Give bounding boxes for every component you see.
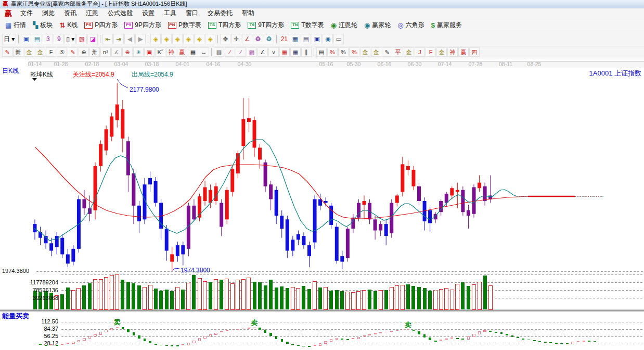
- win-angle-tool[interactable]: 赢: [458, 47, 469, 57]
- marked-chart-icon[interactable]: ▧: [76, 34, 87, 44]
- wave9-icon[interactable]: 9: [54, 34, 64, 44]
- shade-square-tool[interactable]: ▨: [247, 47, 257, 57]
- menu-gann[interactable]: 江恩: [81, 8, 103, 18]
- next-button[interactable]: ▶: [135, 34, 146, 44]
- angle-lines-tool[interactable]: ∠: [257, 47, 268, 57]
- t9-square-button[interactable]: T99T四方形: [244, 20, 287, 31]
- protractor-tool[interactable]: ∡: [111, 47, 122, 57]
- j-angle-tool[interactable]: J: [415, 47, 425, 57]
- title-bar[interactable]: 赢 赢家江恩专业版[赢家内部服务平台] - [上证指数 SH1A0001-156…: [0, 0, 644, 8]
- fan-red-tool[interactable]: ∕: [225, 47, 235, 57]
- h-arrows-tool[interactable]: ↔: [199, 47, 209, 57]
- gann-wheel-button[interactable]: ◉江恩轮: [328, 20, 360, 31]
- hash-lines-tool[interactable]: 卅: [89, 47, 100, 57]
- gann-diamond-horizontal[interactable]: ◈: [172, 34, 183, 44]
- chart-canvas[interactable]: 01-1401-2802-1803-0403-1804-0104-1604-30…: [0, 61, 644, 350]
- notes-icon[interactable]: ▤: [301, 34, 311, 44]
- clipboard-icon[interactable]: ▤: [32, 34, 42, 44]
- ratio-tool[interactable]: ▥: [214, 47, 224, 57]
- gold-grid-tool[interactable]: 金: [24, 47, 34, 57]
- wheel-small-teal-icon[interactable]: ❂: [264, 34, 274, 44]
- first-button[interactable]: ⇤: [102, 34, 113, 44]
- gold-line2-tool[interactable]: 金: [404, 47, 414, 57]
- wave3-icon[interactable]: 3: [43, 34, 53, 44]
- menu-browse[interactable]: 浏览: [37, 8, 59, 18]
- t-square-button[interactable]: TST四方形: [205, 20, 244, 31]
- angle-zero-tool[interactable]: ∠: [242, 34, 252, 44]
- spiral-tool[interactable]: ⑤: [57, 47, 67, 57]
- screen-icon[interactable]: ▣: [21, 34, 31, 44]
- n2-tool[interactable]: n²: [100, 47, 111, 57]
- menu-help[interactable]: 帮助: [237, 8, 259, 18]
- menu-file[interactable]: 文件: [16, 8, 37, 18]
- candle-body: [324, 201, 328, 203]
- calendar-icon[interactable]: 21: [279, 34, 289, 44]
- crosshair-tool[interactable]: ✛: [231, 34, 241, 44]
- gann-diamond-right[interactable]: ◈: [161, 34, 172, 44]
- gold-line-tool[interactable]: 金: [371, 47, 381, 57]
- period-selector[interactable]: 日 ▾: [2, 34, 16, 44]
- square-target-tool[interactable]: ▣: [144, 47, 154, 57]
- p-square-button[interactable]: PSP四方形: [81, 20, 121, 31]
- pen-tool[interactable]: ✎: [2, 47, 12, 57]
- pct-angle-tool[interactable]: %: [327, 47, 338, 57]
- ratio-column-tool[interactable]: ▤: [316, 47, 327, 57]
- v-wave-tool[interactable]: ∨: [268, 47, 279, 57]
- pct-line-tool[interactable]: %: [349, 47, 359, 57]
- sectors-button[interactable]: ▚板块: [30, 20, 56, 31]
- hand-tool[interactable]: ✥: [220, 34, 230, 44]
- menu-settings[interactable]: 设置: [137, 8, 159, 18]
- gann-diamond-left[interactable]: ◈: [150, 34, 161, 44]
- menu-window[interactable]: 窗口: [181, 8, 203, 18]
- pen-ruler-tool[interactable]: ✎: [68, 47, 78, 57]
- k-mark-tool[interactable]: K˝: [155, 47, 165, 57]
- save-icon[interactable]: ▣: [312, 34, 322, 44]
- fan-purple-tool[interactable]: ∕: [236, 47, 246, 57]
- grid-dark-tool[interactable]: ▦: [290, 47, 301, 57]
- winner-wheel-button[interactable]: ◉赢家轮: [361, 20, 394, 31]
- histogram-icon[interactable]: ◪: [87, 34, 98, 44]
- grid-red-tool[interactable]: ▦: [279, 47, 290, 57]
- calculator-icon[interactable]: ▦: [290, 34, 300, 44]
- pct-tool[interactable]: %: [338, 47, 349, 57]
- last-button[interactable]: ⇥: [113, 34, 124, 44]
- t-table-button[interactable]: TNT数字表: [288, 20, 327, 31]
- p9-square-button[interactable]: P99P四方形: [121, 20, 164, 31]
- wheel-small-purple-icon[interactable]: ❂: [253, 34, 263, 44]
- menu-tools[interactable]: 工具: [159, 8, 181, 18]
- save-web-icon[interactable]: ◉: [323, 34, 333, 44]
- grid-123-tool[interactable]: ▦: [188, 47, 198, 57]
- target-red-tool[interactable]: ⊕: [122, 47, 133, 57]
- ping-grid-tool[interactable]: 平: [393, 47, 403, 57]
- time-cycle-tool[interactable]: ⊕: [79, 47, 89, 57]
- menu-news[interactable]: 资讯: [59, 8, 81, 18]
- gold-grid2-tool[interactable]: 金: [35, 47, 45, 57]
- shen-grid-tool[interactable]: 神: [166, 47, 176, 57]
- pen-black-tool[interactable]: ✎: [382, 47, 392, 57]
- gold-circle-tool[interactable]: 金: [360, 47, 370, 57]
- gold-angle-tool[interactable]: 金: [436, 47, 447, 57]
- win-grid-tool[interactable]: 赢: [177, 47, 187, 57]
- gann-diamond-star[interactable]: ◈: [194, 34, 204, 44]
- parallel-lines-tool[interactable]: ∥: [301, 47, 312, 57]
- si-angle-tool[interactable]: 四: [469, 47, 480, 57]
- f-angle-tool[interactable]: F: [426, 47, 436, 57]
- shen-angle-tool[interactable]: 神: [447, 47, 458, 57]
- winner-service-button[interactable]: $赢家服务: [428, 20, 465, 31]
- candle-style-selector[interactable]: ▯ ▾: [65, 34, 76, 44]
- kline-type-dropdown-icon[interactable]: [32, 78, 37, 81]
- p-table-button[interactable]: PNP数字表: [165, 20, 204, 31]
- hexagon-button[interactable]: ◎六角形: [394, 20, 427, 31]
- market-button[interactable]: ▦行情: [2, 20, 29, 31]
- print-icon[interactable]: ▭: [333, 34, 344, 44]
- kline-button-label: K线: [67, 21, 78, 30]
- menu-formula-pick[interactable]: 公式选股: [103, 8, 137, 18]
- prev-button[interactable]: ◀: [124, 34, 135, 44]
- gann-diamond-plus[interactable]: ◈: [205, 34, 215, 44]
- gann-diamond-cross[interactable]: ◈: [183, 34, 194, 44]
- f-grid-tool[interactable]: F: [46, 47, 56, 57]
- kline-button[interactable]: ⇅K线: [56, 20, 81, 31]
- menu-trade[interactable]: 交易委托: [203, 8, 237, 18]
- compass-star-tool[interactable]: ✳: [133, 47, 144, 57]
- grid-lines-tool[interactable]: 卌: [13, 47, 23, 57]
